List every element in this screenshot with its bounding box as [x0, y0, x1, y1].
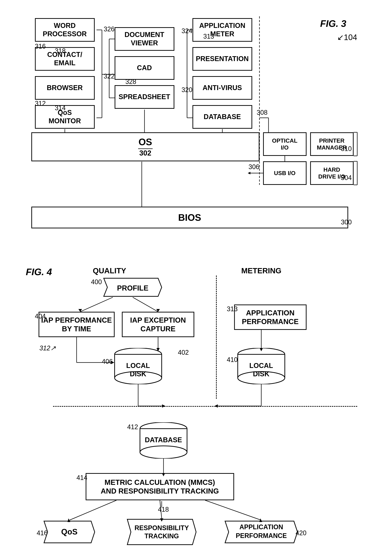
- label-420: 420: [296, 529, 307, 537]
- cad-box: CAD: [115, 56, 174, 80]
- fig4-diagram: FIG. 4 QUALITY METERING PROFILE IAP PERF…: [24, 261, 368, 551]
- optical-io-box: OPTICALI/O: [263, 132, 307, 156]
- database-cylinder: DATABASE: [136, 422, 191, 459]
- label-414: 414: [77, 474, 87, 481]
- svg-text:APPLICATION: APPLICATION: [239, 523, 283, 531]
- label-320: 320: [182, 86, 192, 94]
- quality-header: QUALITY: [93, 266, 126, 275]
- responsibility-banner: RESPONSIBILITY TRACKING: [126, 518, 198, 546]
- fig3-diagram: FIG. 3 ↙104 WORDPROCESSOR CONTACT/EMAIL …: [24, 11, 368, 246]
- fig3-ref: ↙104: [337, 33, 357, 42]
- label-328: 328: [126, 78, 136, 86]
- metric-calc-box: METRIC CALCULATION (MMCS)AND RESPONSIBIL…: [86, 473, 234, 500]
- svg-line-43: [80, 297, 113, 312]
- label-402: 402: [178, 349, 189, 356]
- svg-text:TRACKING: TRACKING: [145, 532, 179, 540]
- fig4-label: FIG. 4: [26, 266, 52, 277]
- label-418: 418: [158, 506, 169, 513]
- label-308: 308: [257, 109, 268, 116]
- bios-bar: BIOS: [31, 207, 348, 228]
- label-314: 314: [55, 104, 66, 112]
- local-disk-left: LOCALDISK: [111, 348, 165, 384]
- presentation-box: PRESENTATION: [192, 47, 252, 71]
- svg-line-41: [133, 297, 158, 312]
- label-416: 416: [37, 529, 48, 537]
- label-313: 313: [203, 33, 214, 40]
- app-perf-bot-banner: APPLICATION PERFORMANCE: [223, 520, 299, 545]
- doc-viewer-box: DOCUMENTVIEWER: [115, 27, 174, 51]
- label-318: 318: [55, 47, 66, 55]
- os-label: OS: [138, 136, 153, 147]
- app-perf-top-box: APPLICATIONPERFORMANCE: [234, 304, 307, 330]
- label-312: 312: [35, 100, 46, 107]
- local-disk-right: LOCALDISK: [234, 348, 288, 384]
- label-313-fig4: 313: [227, 305, 238, 313]
- fig4-h-divider: [53, 406, 357, 407]
- database-box: DATABASE: [192, 105, 252, 129]
- svg-text:PERFORMANCE: PERFORMANCE: [236, 532, 287, 539]
- fig3-label: FIG. 3: [320, 18, 346, 29]
- iap-exception-box: IAP EXCEPTIONCAPTURE: [122, 312, 194, 337]
- label-324: 324: [182, 27, 192, 35]
- svg-marker-42: [156, 309, 160, 312]
- svg-line-64: [205, 500, 261, 520]
- usb-io-box: USB I/O: [263, 161, 307, 185]
- svg-line-60: [69, 500, 116, 520]
- label-400: 400: [91, 278, 102, 286]
- qos-banner: QoS: [42, 520, 97, 545]
- page: FIG. 3 ↙104 WORDPROCESSOR CONTACT/EMAIL …: [0, 0, 392, 553]
- label-404: 404: [35, 312, 46, 320]
- label-316: 316: [35, 43, 46, 50]
- svg-text:QoS: QoS: [61, 527, 77, 536]
- label-322: 322: [104, 72, 115, 80]
- label-304: 304: [341, 174, 352, 182]
- spreadsheet-box: SPREADSHEET: [115, 85, 174, 109]
- iap-perf-box: IAP PERFORMANCEBY TIME: [39, 312, 115, 337]
- profile-banner: PROFILE: [102, 277, 163, 298]
- label-306: 306: [249, 163, 259, 171]
- svg-text:PROFILE: PROFILE: [117, 284, 148, 292]
- label-326: 326: [104, 25, 115, 33]
- metering-header: METERING: [241, 266, 281, 275]
- svg-point-35: [140, 446, 187, 459]
- browser-box: BROWSER: [35, 76, 95, 100]
- label-310: 310: [341, 145, 352, 153]
- label-412: 412: [127, 423, 138, 431]
- fig4-divider: [216, 275, 217, 399]
- word-processor-box: WORDPROCESSOR: [35, 18, 95, 42]
- svg-marker-44: [78, 309, 82, 312]
- label-300: 300: [341, 218, 352, 226]
- app-meter-box: APPLICATIONMETER: [192, 18, 252, 42]
- anti-virus-box: ANTI-VIRUS: [192, 76, 252, 100]
- label-312-fig4: 312↗: [40, 344, 56, 352]
- os-number: 302: [138, 149, 153, 157]
- svg-text:RESPONSIBILITY: RESPONSIBILITY: [134, 524, 189, 531]
- svg-marker-17: [248, 172, 250, 174]
- os-bar: OS 302: [31, 132, 259, 161]
